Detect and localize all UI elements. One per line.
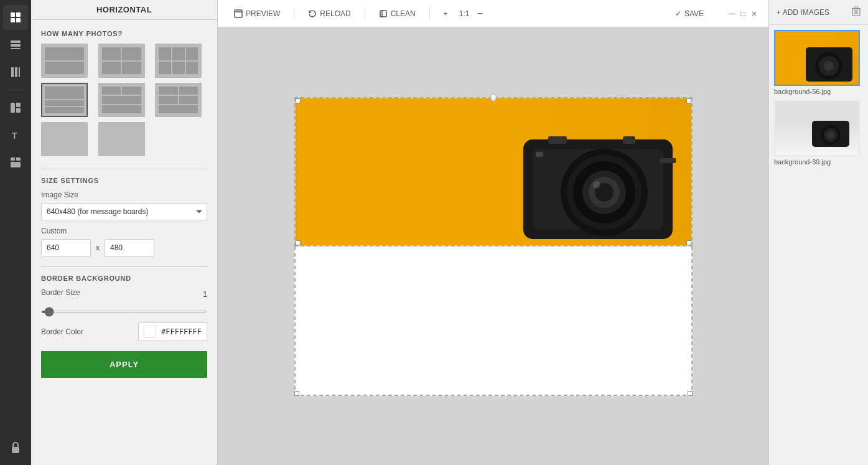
svg-rect-34 — [660, 158, 676, 163]
custom-dimensions-row: x — [41, 239, 207, 256]
layout-option-5[interactable] — [98, 83, 145, 117]
save-button[interactable]: ✓ SAVE — [666, 6, 712, 21]
layout-option-1[interactable] — [41, 44, 88, 78]
corner-handle-bottom-br[interactable] — [688, 391, 693, 396]
how-many-photos-label: HOW MANY PHOTOS? — [41, 30, 207, 37]
sidebar-divider-1 — [6, 90, 25, 90]
svg-rect-11 — [16, 103, 21, 107]
minimize-button[interactable]: — — [727, 9, 736, 18]
close-button[interactable]: × — [750, 9, 758, 18]
custom-height-input[interactable] — [105, 239, 154, 256]
svg-rect-31 — [548, 136, 567, 144]
layout-option-3[interactable] — [155, 44, 202, 78]
left-panel: HORIZONTAL HOW MANY PHOTOS? — [31, 0, 218, 465]
plus-icon: + — [444, 9, 448, 18]
preview-label: PREVIEW — [246, 9, 280, 18]
apply-button[interactable]: APPLY — [41, 351, 207, 378]
image-list: background-56.jpg background-39.jpg — [769, 25, 868, 465]
corner-handle-br[interactable] — [686, 240, 691, 245]
layout-option-8[interactable] — [98, 122, 145, 156]
border-size-value: 1 — [203, 290, 207, 299]
border-size-slider-wrapper — [41, 306, 207, 315]
svg-rect-2 — [11, 18, 15, 22]
svg-rect-14 — [11, 157, 15, 161]
image-name-1: background-56.jpg — [774, 88, 863, 95]
save-check-icon: ✓ — [675, 9, 681, 18]
toolbar: PREVIEW RELOAD CLEAN + 1:1 − ✓ — [218, 0, 768, 27]
clean-button[interactable]: CLEAN — [373, 6, 422, 21]
sidebar-item-lock[interactable] — [3, 435, 28, 460]
collage-bottom-panel[interactable] — [294, 247, 693, 396]
border-size-row: Border Size 1 — [41, 288, 207, 301]
sidebar-item-mixed[interactable] — [3, 95, 28, 120]
clean-icon — [379, 9, 388, 18]
toolbar-sep-2 — [365, 7, 365, 20]
panel-title: HORIZONTAL — [31, 0, 217, 20]
layout-option-2[interactable] — [98, 44, 145, 78]
svg-point-44 — [824, 61, 834, 71]
zoom-out-button[interactable]: − — [473, 7, 486, 20]
sidebar-item-text[interactable]: T — [3, 123, 28, 148]
svg-rect-3 — [16, 18, 21, 22]
save-label: SAVE — [684, 9, 704, 18]
add-button[interactable]: + — [437, 6, 454, 21]
color-box — [144, 326, 156, 338]
border-color-row: Border Color #FFFFFFFF — [41, 322, 207, 341]
svg-rect-4 — [11, 40, 21, 43]
border-color-swatch[interactable]: #FFFFFFFF — [138, 322, 207, 341]
reload-button[interactable]: RELOAD — [302, 6, 357, 21]
svg-rect-10 — [11, 103, 15, 113]
clean-label: CLEAN — [391, 9, 416, 18]
add-images-button[interactable]: + ADD IMAGES — [777, 8, 829, 17]
svg-rect-17 — [12, 447, 19, 453]
image-item-2[interactable]: background-39.jpg — [774, 100, 863, 166]
svg-text:T: T — [12, 131, 17, 141]
svg-rect-9 — [19, 67, 20, 77]
maximize-button[interactable]: □ — [739, 9, 747, 18]
photo-layouts-grid — [41, 44, 207, 156]
svg-rect-12 — [16, 108, 21, 113]
image-thumb-1 — [774, 30, 860, 86]
layout-option-6[interactable] — [155, 83, 202, 117]
image-item-1[interactable]: background-56.jpg — [774, 30, 863, 95]
svg-rect-18 — [235, 10, 242, 17]
preview-button[interactable]: PREVIEW — [228, 6, 286, 21]
border-size-slider[interactable] — [41, 311, 207, 313]
corner-handle-tr[interactable] — [686, 98, 691, 103]
layout-option-4[interactable] — [41, 83, 88, 117]
size-settings: SIZE SETTINGS Image Size 640x480 (for me… — [41, 177, 207, 256]
icon-sidebar: T — [0, 0, 31, 465]
image-size-label: Image Size — [41, 190, 207, 199]
corner-handle-tl[interactable] — [296, 98, 301, 103]
image-size-select-wrapper: 640x480 (for message boards) 800x600 102… — [41, 203, 207, 220]
preview-icon — [234, 9, 243, 18]
svg-rect-1 — [16, 12, 21, 17]
corner-handle-bottom-bl[interactable] — [294, 391, 299, 396]
sidebar-item-horizontal[interactable] — [3, 32, 28, 57]
svg-rect-33 — [536, 152, 543, 157]
drag-handle-middle[interactable] — [490, 94, 497, 100]
collage-top-panel[interactable] — [294, 97, 693, 247]
image-name-2: background-39.jpg — [774, 158, 863, 166]
corner-handle-bl[interactable] — [296, 240, 301, 245]
layout-option-7[interactable] — [41, 122, 88, 156]
custom-width-input[interactable] — [41, 239, 91, 256]
svg-rect-8 — [15, 67, 17, 77]
image-size-select[interactable]: 640x480 (for message boards) 800x600 102… — [41, 203, 207, 220]
collage-container — [294, 97, 693, 396]
zoom-controls: 1:1 − — [459, 7, 487, 20]
camera-image — [498, 102, 691, 245]
right-panel-toolbar: + ADD IMAGES — [769, 0, 868, 25]
svg-rect-32 — [623, 136, 635, 144]
reload-icon — [308, 9, 317, 18]
color-hex-value: #FFFFFFFF — [161, 327, 202, 336]
sidebar-item-vertical[interactable] — [3, 60, 28, 85]
trash-button[interactable] — [852, 6, 861, 18]
border-background: BORDER BACKGROUND Border Size 1 Border C… — [41, 275, 207, 341]
reload-label: RELOAD — [320, 9, 350, 18]
trash-icon — [852, 6, 861, 16]
svg-rect-20 — [380, 11, 386, 17]
sidebar-item-collage[interactable] — [3, 150, 28, 175]
sidebar-item-grid[interactable] — [3, 5, 28, 30]
main-area: PREVIEW RELOAD CLEAN + 1:1 − ✓ — [218, 0, 768, 465]
